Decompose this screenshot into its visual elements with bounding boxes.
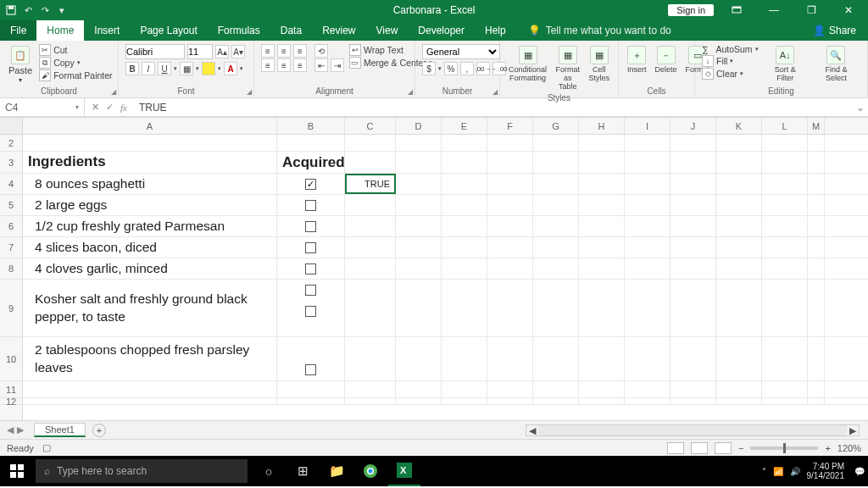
cell[interactable]: [487, 381, 533, 397]
expand-formula-bar-icon[interactable]: ⌄: [853, 98, 868, 116]
cell[interactable]: [625, 280, 670, 336]
checkbox[interactable]: [305, 285, 316, 296]
horizontal-scrollbar[interactable]: ◀▶: [526, 424, 860, 436]
cell[interactable]: [345, 280, 396, 336]
scroll-left-icon[interactable]: ◀: [526, 425, 538, 435]
dialog-launcher-icon[interactable]: ◢: [247, 88, 252, 96]
row-header[interactable]: 4: [0, 174, 22, 195]
decrease-indent-button[interactable]: ⇤: [314, 58, 328, 72]
zoom-slider[interactable]: [750, 446, 818, 450]
normal-view-button[interactable]: [667, 442, 684, 454]
autosum-button[interactable]: ∑ AutoSum▾: [702, 44, 759, 54]
checkbox[interactable]: [305, 242, 316, 253]
row-header[interactable]: 6: [0, 216, 22, 237]
cell[interactable]: [396, 216, 442, 236]
cell[interactable]: Acquired?: [277, 152, 345, 173]
cell[interactable]: 2 tablespoons chopped fresh parsley leav…: [23, 337, 277, 380]
cell[interactable]: [442, 258, 487, 279]
page-break-view-button[interactable]: [715, 442, 732, 454]
font-color-button[interactable]: A: [224, 62, 237, 75]
enter-formula-icon[interactable]: ✓: [106, 102, 114, 113]
cell[interactable]: 1/2 cup freshly grated Parmesan: [23, 216, 277, 236]
column-header[interactable]: E: [442, 118, 487, 134]
dialog-launcher-icon[interactable]: ◢: [408, 88, 413, 96]
taskbar-search[interactable]: ⌕ Type here to search: [36, 459, 248, 483]
row-header[interactable]: 3: [0, 152, 22, 174]
cell-styles-button[interactable]: ▦Cell Styles: [587, 44, 612, 84]
cell[interactable]: [277, 195, 345, 215]
close-button[interactable]: ✕: [834, 0, 863, 20]
cell[interactable]: [716, 337, 762, 380]
cell[interactable]: [442, 398, 487, 404]
cell[interactable]: [345, 398, 396, 404]
cell[interactable]: [277, 381, 345, 397]
redo-icon[interactable]: ↷: [39, 4, 51, 16]
cell[interactable]: [442, 237, 487, 258]
cell[interactable]: [533, 216, 579, 236]
cell[interactable]: [442, 381, 487, 397]
sort-filter-button[interactable]: A↓Sort & Filter: [764, 44, 807, 84]
cell[interactable]: [762, 337, 808, 380]
cell[interactable]: [533, 280, 579, 336]
tab-data[interactable]: Data: [270, 20, 312, 41]
zoom-level[interactable]: 120%: [837, 443, 861, 453]
cell[interactable]: Ingredients: [23, 152, 277, 173]
cell[interactable]: [533, 135, 579, 151]
cell[interactable]: [762, 258, 808, 279]
cell[interactable]: [762, 398, 808, 404]
tab-home[interactable]: Home: [36, 20, 84, 41]
find-select-button[interactable]: 🔍Find & Select: [812, 44, 860, 84]
minimize-button[interactable]: —: [760, 0, 788, 20]
column-header[interactable]: J: [670, 118, 716, 134]
tab-review[interactable]: Review: [312, 20, 365, 41]
cell[interactable]: [442, 280, 487, 336]
align-bottom-button[interactable]: ≡: [293, 44, 307, 58]
percent-button[interactable]: %: [444, 62, 458, 75]
increase-indent-button[interactable]: ⇥: [331, 58, 344, 72]
format-painter-button[interactable]: 🖌Format Painter: [39, 69, 112, 81]
cell[interactable]: [345, 135, 396, 151]
shrink-font-button[interactable]: A▾: [231, 45, 245, 58]
cell[interactable]: [487, 398, 533, 404]
cell[interactable]: [442, 174, 487, 194]
cell[interactable]: [396, 398, 442, 404]
checkbox[interactable]: [305, 200, 316, 211]
column-header[interactable]: A: [23, 118, 277, 134]
macro-record-icon[interactable]: ▢: [42, 442, 51, 453]
wifi-icon[interactable]: 📶: [773, 467, 783, 476]
align-center-button[interactable]: ≡: [277, 58, 291, 72]
row-header[interactable]: 5: [0, 195, 22, 216]
bold-button[interactable]: B: [125, 62, 139, 75]
checkbox[interactable]: [305, 179, 316, 190]
name-box[interactable]: C4▾: [0, 98, 85, 116]
fill-button[interactable]: ↓Fill▾: [702, 55, 759, 67]
zoom-out-button[interactable]: −: [738, 443, 743, 453]
cell[interactable]: [625, 398, 670, 404]
align-right-button[interactable]: ≡: [293, 58, 307, 72]
cell[interactable]: [762, 195, 808, 215]
cell[interactable]: [277, 337, 345, 380]
cell[interactable]: [762, 280, 808, 336]
zoom-in-button[interactable]: +: [825, 443, 830, 453]
cell[interactable]: [670, 280, 716, 336]
cell[interactable]: [670, 381, 716, 397]
cell[interactable]: [442, 337, 487, 380]
cell[interactable]: [277, 258, 345, 279]
number-format-select[interactable]: General: [422, 44, 500, 59]
align-top-button[interactable]: ≡: [261, 44, 275, 58]
cell[interactable]: [762, 216, 808, 236]
cell[interactable]: [579, 337, 625, 380]
cell[interactable]: [345, 195, 396, 215]
selected-cell[interactable]: TRUE: [345, 174, 396, 194]
cell[interactable]: [579, 258, 625, 279]
qat-customize-icon[interactable]: ▾: [56, 4, 68, 16]
cell[interactable]: [396, 280, 442, 336]
tab-page-layout[interactable]: Page Layout: [130, 20, 207, 41]
cell[interactable]: [487, 280, 533, 336]
cell[interactable]: [533, 398, 579, 404]
cell[interactable]: [533, 195, 579, 215]
conditional-formatting-button[interactable]: ▦Conditional Formatting: [507, 44, 548, 84]
insert-cells-button[interactable]: ＋Insert: [626, 44, 648, 75]
cell[interactable]: [345, 258, 396, 279]
cell[interactable]: [625, 216, 670, 236]
